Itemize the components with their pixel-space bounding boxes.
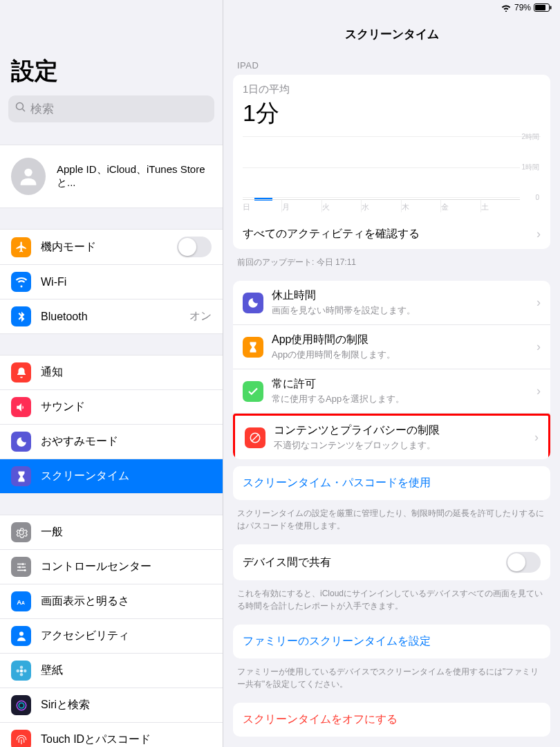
share-card: デバイス間で共有 (233, 544, 550, 580)
svg-text:A: A (21, 600, 25, 605)
svg-point-11 (19, 673, 23, 676)
chevron-right-icon: › (536, 295, 541, 310)
sidebar-item-label: 画面表示と明るさ (41, 594, 129, 609)
settings-sidebar: 設定 検索 Apple ID、iCloud、iTunes Storeと... 機… (0, 0, 223, 747)
option-subtitle: 常に使用するAppを選択します。 (272, 393, 404, 405)
option-nosign[interactable]: コンテンツとプライバシーの制限不適切なコンテンツをブロックします。› (233, 414, 550, 459)
sliders-icon (11, 557, 31, 577)
sidebar-item-speaker[interactable]: サウンド (0, 390, 223, 425)
svg-point-15 (19, 703, 24, 708)
speaker-icon (11, 397, 31, 417)
chevron-right-icon: › (536, 227, 541, 241)
family-note: ファミリーが使用しているデバイスでスクリーンタイムを使用するには"ファミリー共有… (223, 665, 560, 703)
status-bar: 79% (501, 0, 552, 15)
apple-id-row[interactable]: Apple ID、iCloud、iTunes Storeと... (0, 145, 223, 208)
sidebar-item-aa[interactable]: AA画面表示と明るさ (0, 584, 223, 619)
sidebar-item-label: スクリーンタイム (41, 469, 129, 483)
sidebar-item-label: 壁紙 (41, 663, 63, 678)
settings-title: 設定 (0, 0, 223, 95)
svg-point-3 (21, 563, 24, 565)
sidebar-item-flower[interactable]: 壁紙 (0, 654, 223, 688)
svg-point-4 (19, 566, 21, 568)
chevron-right-icon: › (534, 430, 539, 445)
sidebar-item-moon[interactable]: おやすみモード (0, 425, 223, 459)
sidebar-item-label: 通知 (41, 365, 63, 380)
turnoff-card: スクリーンタイムをオフにする (233, 703, 550, 737)
search-icon (15, 102, 26, 116)
sidebar-item-label: 一般 (41, 525, 63, 540)
battery-percent: 79% (514, 3, 531, 12)
sidebar-item-siri[interactable]: Siriと検索 (0, 688, 223, 723)
option-hourglass[interactable]: App使用時間の制限Appの使用時間を制限します。› (233, 325, 550, 369)
section-label: IPAD (223, 55, 560, 75)
sidebar-item-label: Touch IDとパスコード (41, 732, 151, 747)
moon-icon (243, 293, 263, 313)
svg-text:A: A (17, 598, 21, 605)
sidebar-item-bluetooth[interactable]: Bluetoothオン (0, 299, 223, 334)
check-icon (243, 381, 263, 402)
wifi-icon (501, 3, 512, 12)
sidebar-item-label: Wi-Fi (41, 276, 66, 288)
battery-icon (534, 3, 552, 12)
sidebar-item-touchid[interactable]: Touch IDとパスコード (0, 723, 223, 747)
sidebar-item-bell[interactable]: 通知 (0, 355, 223, 390)
see-all-activity[interactable]: すべてのアクティビティを確認する › (233, 219, 550, 249)
aa-icon: AA (11, 591, 31, 611)
option-subtitle: 不適切なコンテンツをブロックします。 (274, 439, 440, 452)
sidebar-item-label: 機内モード (41, 240, 96, 255)
daily-avg-value: 1分 (243, 98, 541, 129)
daily-avg-label: 1日の平均 (243, 83, 541, 96)
turn-off-link[interactable]: スクリーンタイムをオフにする (233, 703, 550, 737)
sidebar-item-gear[interactable]: 一般 (0, 515, 223, 550)
usage-card: 1日の平均 1分 2時間 1時間 0 日月火水木金土 すべてのアクティビティを確… (233, 75, 550, 249)
toggle[interactable] (177, 237, 212, 257)
touchid-icon (11, 730, 31, 747)
share-toggle[interactable] (506, 552, 541, 573)
share-note: これを有効にすると、iCloudにサインインしているデバイスすべての画面を見てい… (223, 587, 560, 625)
sidebar-item-label: おやすみモード (41, 434, 118, 449)
flower-icon (11, 661, 31, 681)
sidebar-item-hourglass[interactable]: スクリーンタイム (0, 459, 223, 494)
sidebar-item-person[interactable]: アクセシビリティ (0, 619, 223, 654)
option-check[interactable]: 常に許可常に使用するAppを選択します。› (233, 369, 550, 414)
svg-line-22 (252, 434, 259, 441)
sidebar-item-sliders[interactable]: コントロールセンター (0, 550, 223, 584)
svg-rect-20 (550, 6, 552, 10)
sidebar-item-label: Siriと検索 (41, 698, 90, 712)
option-moon[interactable]: 休止時間画面を見ない時間帯を設定します。› (233, 281, 550, 325)
chevron-right-icon: › (536, 340, 541, 354)
svg-point-8 (19, 631, 24, 636)
sidebar-item-wifi[interactable]: Wi-Fi (0, 265, 223, 299)
svg-point-0 (17, 103, 24, 110)
svg-point-5 (24, 569, 26, 571)
row-value: オン (189, 309, 212, 324)
bluetooth-icon (11, 306, 31, 326)
svg-point-2 (24, 169, 32, 176)
svg-point-10 (19, 665, 23, 669)
sidebar-item-airplane[interactable]: 機内モード (0, 229, 223, 265)
passcode-note: スクリーンタイムの設定を厳重に管理したり、制限時間の延長を許可したりするにはパス… (223, 507, 560, 544)
sidebar-item-label: サウンド (41, 400, 85, 414)
sidebar-item-label: アクセシビリティ (41, 629, 129, 643)
last-update: 前回のアップデート: 今日 17:11 (223, 256, 560, 281)
wifi-icon (11, 272, 31, 292)
svg-point-14 (17, 701, 26, 710)
share-across-devices[interactable]: デバイス間で共有 (233, 544, 550, 580)
use-passcode-link[interactable]: スクリーンタイム・パスコードを使用 (233, 466, 550, 500)
search-input[interactable]: 検索 (8, 95, 214, 122)
gear-icon (11, 522, 31, 542)
option-title: コンテンツとプライバシーの制限 (274, 423, 440, 438)
avatar (11, 158, 46, 195)
svg-point-9 (19, 669, 23, 672)
nosign-icon (245, 427, 265, 448)
svg-point-12 (16, 669, 19, 672)
options-card: 休止時間画面を見ない時間帯を設定します。›App使用時間の制限Appの使用時間を… (233, 281, 550, 459)
airplane-icon (11, 237, 31, 257)
moon-icon (11, 432, 31, 452)
person-icon (11, 626, 31, 646)
option-subtitle: 画面を見ない時間帯を設定します。 (272, 304, 416, 317)
option-subtitle: Appの使用時間を制限します。 (272, 349, 395, 361)
family-screentime-link[interactable]: ファミリーのスクリーンタイムを設定 (233, 625, 550, 658)
siri-icon (11, 695, 31, 715)
family-card: ファミリーのスクリーンタイムを設定 (233, 625, 550, 658)
